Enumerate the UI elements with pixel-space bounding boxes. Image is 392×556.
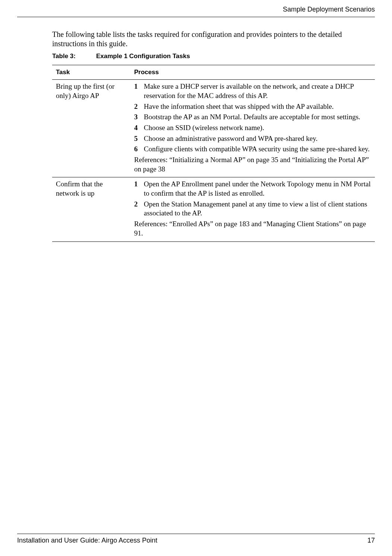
table-row: Bring up the first (or only) Airgo AP 1 … xyxy=(52,80,375,177)
step-text: Choose an administrative password and WP… xyxy=(144,134,372,143)
section-title: Sample Deployment Scenarios xyxy=(283,6,375,13)
step-text: Choose an SSID (wireless network name). xyxy=(144,123,372,133)
step-number: 4 xyxy=(134,123,142,133)
list-item: 1 Make sure a DHCP server is available o… xyxy=(134,82,372,100)
step-text: Have the information sheet that was ship… xyxy=(144,102,372,111)
step-number: 1 xyxy=(134,82,142,91)
page-content: The following table lists the tasks requ… xyxy=(52,30,375,242)
table-title: Example 1 Configuration Tasks xyxy=(96,53,190,60)
task-cell: Bring up the first (or only) Airgo AP xyxy=(52,80,130,177)
list-item: 2 Have the information sheet that was sh… xyxy=(134,102,372,111)
step-text: Configure clients with compatible WPA se… xyxy=(144,145,372,154)
process-cell: 1 Make sure a DHCP server is available o… xyxy=(130,80,375,177)
list-item: 1 Open the AP Enrollment panel under the… xyxy=(134,180,372,198)
step-text: Open the Station Management panel at any… xyxy=(144,200,372,218)
step-number: 3 xyxy=(134,113,142,122)
page-footer: Installation and User Guide: Airgo Acces… xyxy=(17,534,375,545)
step-number: 6 xyxy=(134,145,142,154)
task-cell: Confirm that the network is up xyxy=(52,177,130,241)
list-item: 6 Configure clients with compatible WPA … xyxy=(134,145,372,154)
reference-text: References: “Enrolled APs” on page 183 a… xyxy=(134,219,372,238)
column-header-task: Task xyxy=(52,65,130,80)
step-text: Make sure a DHCP server is available on … xyxy=(144,82,372,100)
step-number: 5 xyxy=(134,134,142,143)
step-text: Open the AP Enrollment panel under the N… xyxy=(144,180,372,198)
table-row: Confirm that the network is up 1 Open th… xyxy=(52,177,375,241)
footer-doc-title: Installation and User Guide: Airgo Acces… xyxy=(17,536,157,545)
table-number: Table 3: xyxy=(52,52,76,60)
step-text: Bootstrap the AP as an NM Portal. Defaul… xyxy=(144,113,372,122)
column-header-process: Process xyxy=(130,65,375,80)
footer-page-number: 17 xyxy=(367,536,375,545)
list-item: 5 Choose an administrative password and … xyxy=(134,134,372,143)
step-number: 1 xyxy=(134,180,142,189)
intro-paragraph: The following table lists the tasks requ… xyxy=(52,30,375,48)
list-item: 3 Bootstrap the AP as an NM Portal. Defa… xyxy=(134,113,372,122)
page-header: Sample Deployment Scenarios xyxy=(17,5,375,17)
list-item: 2 Open the Station Management panel at a… xyxy=(134,200,372,218)
process-cell: 1 Open the AP Enrollment panel under the… xyxy=(130,177,375,241)
list-item: 4 Choose an SSID (wireless network name)… xyxy=(134,123,372,133)
step-number: 2 xyxy=(134,102,142,111)
tasks-table: Task Process Bring up the first (or only… xyxy=(52,65,375,241)
table-caption: Table 3:Example 1 Configuration Tasks xyxy=(52,52,375,60)
reference-text: References: “Initializing a Normal AP” o… xyxy=(134,155,372,174)
step-number: 2 xyxy=(134,200,142,209)
